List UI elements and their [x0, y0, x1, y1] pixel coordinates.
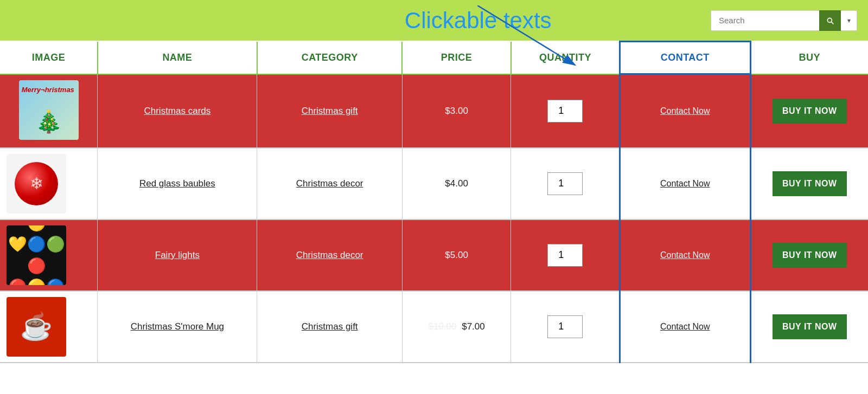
buy-button[interactable]: BUY IT NOW: [773, 314, 847, 339]
contact-cell: Contact Now: [620, 148, 750, 219]
product-image: 🔵🟢🔴🟡💛🔵🟢🔴🔴🟡🔵🟢: [7, 225, 66, 285]
product-category-link[interactable]: Christmas decor: [296, 178, 363, 189]
table-row: Christmas cards Christmas gift $3.00 Con…: [0, 74, 868, 148]
name-cell: Red glass baubles: [98, 148, 257, 219]
product-name-link[interactable]: Christmas cards: [144, 106, 210, 116]
price-sale: $7.00: [462, 321, 485, 332]
image-cell: ❄: [0, 148, 98, 219]
table-row: ❄ Red glass baubles Christmas decor $4.0…: [0, 148, 868, 219]
quantity-input[interactable]: [547, 244, 583, 267]
contact-now-link[interactable]: Contact Now: [660, 106, 710, 115]
search-dropdown-button[interactable]: ▾: [841, 10, 857, 31]
product-category-link[interactable]: Christmas gift: [302, 106, 358, 116]
contact-now-link[interactable]: Contact Now: [660, 322, 710, 331]
search-container: ▾: [711, 10, 857, 31]
contact-now-link[interactable]: Contact Now: [660, 179, 710, 188]
col-header-category: CATEGORY: [257, 42, 402, 74]
buy-cell: BUY IT NOW: [750, 148, 868, 219]
product-table: IMAGE NAME CATEGORY PRICE QUANTITY CONTA…: [0, 41, 868, 363]
product-category-link[interactable]: Christmas decor: [296, 250, 363, 260]
category-cell: Christmas decor: [257, 219, 402, 291]
annotation-text: Clickable texts: [405, 8, 552, 34]
search-icon: [826, 16, 834, 25]
product-category-link[interactable]: Christmas gift: [302, 321, 358, 332]
contact-cell: Contact Now: [620, 74, 750, 148]
header: Clickable texts ▾: [0, 0, 868, 41]
price-cell: $10.00 $7.00: [402, 291, 511, 363]
buy-cell: BUY IT NOW: [750, 219, 868, 291]
table-header-row: IMAGE NAME CATEGORY PRICE QUANTITY CONTA…: [0, 42, 868, 74]
product-name-link[interactable]: Christmas S'more Mug: [131, 321, 224, 332]
category-cell: Christmas gift: [257, 291, 402, 363]
col-header-quantity: QUANTITY: [511, 42, 620, 74]
image-cell: [0, 74, 98, 148]
category-cell: Christmas gift: [257, 74, 402, 148]
product-table-wrapper: IMAGE NAME CATEGORY PRICE QUANTITY CONTA…: [0, 41, 868, 363]
quantity-cell: [511, 291, 620, 363]
name-cell: Christmas cards: [98, 74, 257, 148]
price: $4.00: [445, 178, 468, 189]
col-header-image: IMAGE: [0, 42, 98, 74]
price: $5.00: [445, 250, 468, 260]
product-image: ❄: [7, 154, 66, 214]
contact-cell: Contact Now: [620, 291, 750, 363]
price-original: $10.00: [428, 321, 456, 332]
quantity-cell: [511, 148, 620, 219]
buy-button[interactable]: BUY IT NOW: [773, 171, 847, 196]
col-header-contact: CONTACT: [620, 42, 750, 74]
quantity-input[interactable]: [547, 315, 583, 338]
product-image: [19, 80, 79, 140]
product-image: ☕: [7, 297, 66, 357]
col-header-price: PRICE: [402, 42, 511, 74]
buy-button[interactable]: BUY IT NOW: [773, 99, 847, 124]
category-cell: Christmas decor: [257, 148, 402, 219]
buy-cell: BUY IT NOW: [750, 291, 868, 363]
contact-now-link[interactable]: Contact Now: [660, 250, 710, 260]
quantity-cell: [511, 219, 620, 291]
buy-cell: BUY IT NOW: [750, 74, 868, 148]
table-row: ☕ Christmas S'more Mug Christmas gift $1…: [0, 291, 868, 363]
image-cell: ☕: [0, 291, 98, 363]
price-cell: $4.00: [402, 148, 511, 219]
contact-cell: Contact Now: [620, 219, 750, 291]
quantity-input[interactable]: [547, 100, 583, 122]
search-button[interactable]: [819, 10, 841, 31]
image-cell: 🔵🟢🔴🟡💛🔵🟢🔴🔴🟡🔵🟢: [0, 219, 98, 291]
search-input[interactable]: [711, 10, 819, 31]
col-header-name: NAME: [98, 42, 257, 74]
quantity-input[interactable]: [547, 172, 583, 195]
price-cell: $3.00: [402, 74, 511, 148]
name-cell: Christmas S'more Mug: [98, 291, 257, 363]
col-header-buy: BUY: [750, 42, 868, 74]
buy-button[interactable]: BUY IT NOW: [773, 243, 847, 268]
price: $3.00: [445, 106, 468, 116]
name-cell: Fairy lights: [98, 219, 257, 291]
product-name-link[interactable]: Fairy lights: [155, 250, 200, 260]
product-name-link[interactable]: Red glass baubles: [139, 178, 215, 189]
quantity-cell: [511, 74, 620, 148]
price-cell: $5.00: [402, 219, 511, 291]
table-row: 🔵🟢🔴🟡💛🔵🟢🔴🔴🟡🔵🟢 Fairy lights Christmas deco…: [0, 219, 868, 291]
